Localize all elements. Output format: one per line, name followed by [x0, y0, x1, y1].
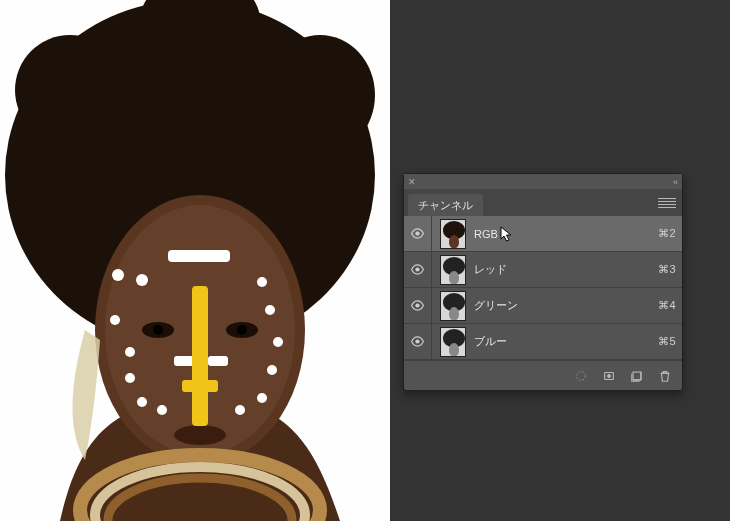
channel-name: RGB [474, 228, 658, 240]
channel-shortcut: ⌘3 [658, 263, 676, 276]
channel-row[interactable]: ブルー⌘5 [404, 324, 682, 360]
svg-point-11 [174, 425, 226, 445]
channel-thumbnail [440, 255, 466, 285]
channels-panel: ✕ « チャンネル RGB⌘2レッド⌘3グリーン⌘4ブルー⌘5 [403, 173, 683, 391]
tab-label: チャンネル [418, 198, 473, 213]
load-selection-icon[interactable] [568, 365, 594, 387]
svg-rect-40 [633, 372, 641, 380]
svg-rect-28 [168, 250, 230, 262]
channel-shortcut: ⌘2 [658, 227, 676, 240]
svg-point-24 [267, 365, 277, 375]
delete-channel-icon[interactable] [652, 365, 678, 387]
channel-shortcut: ⌘4 [658, 299, 676, 312]
new-channel-icon[interactable] [624, 365, 650, 387]
svg-point-9 [153, 325, 163, 335]
svg-point-15 [112, 269, 124, 281]
svg-point-36 [415, 339, 419, 343]
svg-point-27 [257, 277, 267, 287]
channel-row[interactable]: RGB⌘2 [404, 216, 682, 252]
tab-channels[interactable]: チャンネル [408, 194, 483, 216]
panel-menu-icon[interactable] [658, 196, 676, 210]
svg-point-39 [607, 374, 611, 378]
close-icon[interactable]: ✕ [408, 177, 416, 187]
visibility-eye-icon[interactable] [404, 324, 432, 359]
channel-shortcut: ⌘5 [658, 335, 676, 348]
svg-point-2 [15, 35, 125, 145]
svg-point-23 [257, 393, 267, 403]
svg-point-35 [415, 303, 419, 307]
channel-thumbnail [440, 291, 466, 321]
channel-name: レッド [474, 262, 658, 277]
channel-list: RGB⌘2レッド⌘3グリーン⌘4ブルー⌘5 [404, 216, 682, 360]
svg-point-19 [125, 373, 135, 383]
panel-titlebar[interactable]: ✕ « [404, 174, 682, 190]
svg-point-34 [415, 267, 419, 271]
visibility-eye-icon[interactable] [404, 216, 432, 251]
panel-footer [404, 360, 682, 390]
channel-row[interactable]: グリーン⌘4 [404, 288, 682, 324]
svg-point-16 [136, 274, 148, 286]
svg-point-26 [265, 305, 275, 315]
panel-tabbar: チャンネル [404, 190, 682, 216]
svg-point-20 [137, 397, 147, 407]
svg-point-37 [577, 371, 586, 380]
svg-point-17 [110, 315, 120, 325]
svg-point-3 [265, 35, 375, 155]
save-selection-icon[interactable] [596, 365, 622, 387]
svg-rect-32 [182, 380, 218, 392]
svg-point-10 [237, 325, 247, 335]
svg-point-21 [157, 405, 167, 415]
channel-name: グリーン [474, 298, 658, 313]
collapse-icon[interactable]: « [673, 177, 678, 187]
svg-point-25 [273, 337, 283, 347]
svg-rect-31 [192, 286, 208, 426]
svg-point-22 [235, 405, 245, 415]
svg-rect-29 [174, 356, 194, 366]
svg-point-33 [415, 231, 419, 235]
document-canvas[interactable] [0, 0, 390, 521]
channel-name: ブルー [474, 334, 658, 349]
channel-row[interactable]: レッド⌘3 [404, 252, 682, 288]
visibility-eye-icon[interactable] [404, 288, 432, 323]
visibility-eye-icon[interactable] [404, 252, 432, 287]
svg-rect-30 [208, 356, 228, 366]
channel-thumbnail [440, 327, 466, 357]
svg-point-18 [125, 347, 135, 357]
channel-thumbnail [440, 219, 466, 249]
